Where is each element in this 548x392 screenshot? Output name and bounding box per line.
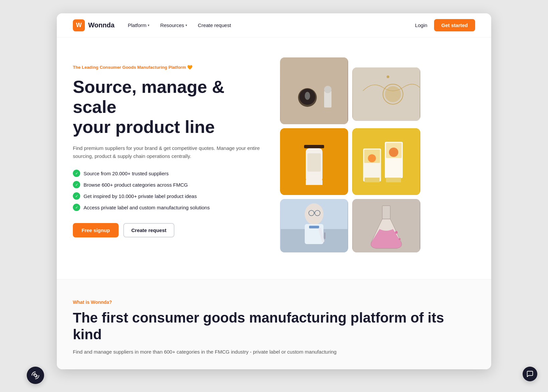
hero-image-cosmetics: [280, 57, 348, 124]
section-desc: Find and manage suppliers in more than 6…: [73, 348, 475, 356]
svg-point-37: [399, 238, 401, 240]
feature-item-1: ✓ Source from 20.000+ trusted suppliers: [73, 170, 260, 177]
logo-icon: W: [73, 19, 85, 31]
nav-right: Login Get started: [415, 19, 475, 31]
nav-create-request[interactable]: Create request: [198, 22, 231, 28]
svg-rect-4: [324, 91, 331, 108]
hero-image-grid: [280, 57, 420, 252]
svg-rect-33: [324, 232, 325, 239]
hero-cta: Free signup Create request: [73, 223, 260, 237]
svg-rect-0: [281, 57, 348, 124]
hero-image-packaging: [352, 128, 420, 195]
svg-point-21: [389, 148, 398, 157]
feature-item-4: ✓ Access private label and custom manufa…: [73, 204, 260, 211]
svg-rect-11: [304, 145, 324, 148]
svg-rect-22: [365, 178, 380, 182]
svg-point-36: [395, 231, 398, 234]
svg-point-5: [324, 86, 331, 93]
check-icon-4: ✓: [73, 204, 80, 211]
chat-widget[interactable]: [523, 367, 537, 381]
hero-title: Source, manage & scale your product line: [73, 77, 260, 137]
svg-point-9: [387, 75, 389, 78]
feature-list: ✓ Source from 20.000+ trusted suppliers …: [73, 170, 260, 211]
hero-badge: The Leading Consumer Goods Manufacturing…: [73, 65, 192, 70]
feature-item-2: ✓ Browse 600+ product categories across …: [73, 181, 260, 188]
feature-text-1: Source from 20.000+ trusted suppliers: [84, 171, 169, 176]
hero-content: The Leading Consumer Goods Manufacturing…: [73, 57, 260, 237]
check-icon-3: ✓: [73, 192, 80, 200]
svg-point-8: [385, 86, 401, 102]
feature-text-3: Get inspired by 10.000+ private label pr…: [84, 193, 197, 199]
section-badge: What is Wonnda?: [73, 300, 475, 305]
hero-image-jewelry: [352, 67, 420, 121]
platform-chevron-icon: ▾: [148, 23, 149, 27]
svg-rect-28: [309, 226, 319, 228]
feature-text-4: Access private label and custom manufact…: [84, 205, 210, 210]
feature-text-2: Browse 600+ product categories across FM…: [84, 182, 188, 188]
nav-links: Platform ▾ Resources ▾ Create request: [128, 22, 415, 28]
create-request-button[interactable]: Create request: [123, 223, 174, 237]
hero-image-flask: [352, 199, 420, 252]
free-signup-button[interactable]: Free signup: [73, 223, 119, 237]
hero-subtitle: Find premium suppliers for your brand & …: [73, 144, 260, 160]
svg-point-3: [305, 92, 310, 100]
get-started-button[interactable]: Get started: [434, 19, 475, 31]
nav-resources[interactable]: Resources ▾: [160, 22, 187, 28]
check-icon-1: ✓: [73, 170, 80, 177]
check-icon-2: ✓: [73, 181, 80, 188]
resources-chevron-icon: ▾: [185, 23, 187, 27]
logo[interactable]: W Wonnda: [73, 19, 115, 31]
navbar: W Wonnda Platform ▾ Resources ▾ Create r…: [57, 13, 491, 37]
login-button[interactable]: Login: [415, 22, 427, 28]
second-section: What is Wonnda? The first consumer goods…: [57, 279, 491, 369]
svg-point-18: [368, 154, 376, 162]
feature-item-3: ✓ Get inspired by 10.000+ private label …: [73, 192, 260, 200]
hero-image-bottle: [280, 128, 348, 195]
fingerprint-widget[interactable]: [27, 367, 44, 384]
hero-image-lab: [280, 199, 348, 252]
nav-platform[interactable]: Platform ▾: [128, 22, 150, 28]
svg-rect-35: [382, 206, 390, 219]
section-title: The first consumer goods manufacturing p…: [73, 310, 475, 343]
svg-rect-23: [386, 178, 401, 182]
svg-rect-14: [306, 180, 322, 185]
hero-section: The Leading Consumer Goods Manufacturing…: [57, 37, 491, 279]
svg-rect-13: [307, 153, 321, 172]
brand-name: Wonnda: [88, 21, 115, 29]
